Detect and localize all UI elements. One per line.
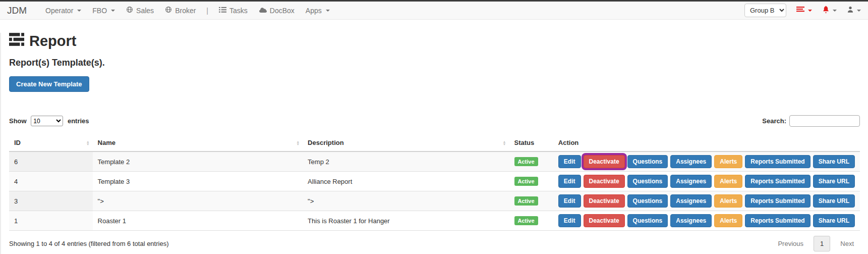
action-alerts-button[interactable]: Alerts	[714, 194, 742, 208]
action-alerts-button[interactable]: Alerts	[714, 214, 742, 227]
cell-name: Template 2	[93, 151, 303, 172]
column-header-id[interactable]: ID ▲▼	[9, 134, 93, 151]
search-label: Search:	[762, 117, 786, 125]
bell-icon	[822, 6, 830, 16]
action-share-url-button[interactable]: Share URL	[813, 214, 855, 227]
nav-item-tasks[interactable]: Tasks	[219, 7, 248, 15]
nav-item-docbox[interactable]: DocBox	[259, 7, 295, 15]
table-controls: Show 10 entries Search:	[9, 115, 860, 127]
entries-info: Showing 1 to 4 of 4 entries (filtered fr…	[9, 240, 169, 247]
search-input[interactable]	[789, 115, 860, 127]
action-questions-button[interactable]: Questions	[627, 194, 668, 208]
globe-icon	[126, 6, 133, 15]
show-label: Show	[9, 117, 27, 125]
page-length-control: Show 10 entries	[9, 116, 89, 126]
list-icon	[219, 7, 226, 15]
sort-icon: ▲▼	[503, 140, 506, 145]
column-header-name[interactable]: Name ▲▼	[93, 134, 303, 151]
action-edit-button[interactable]: Edit	[558, 155, 581, 168]
page-subtitle: Report(s) Template(s).	[9, 58, 860, 68]
cell-id: 3	[9, 191, 93, 211]
action-buttons: EditDeactivateQuestionsAssigneesAlertsRe…	[558, 175, 855, 188]
cell-name: Roaster 1	[93, 211, 303, 231]
action-reports-submitted-button[interactable]: Reports Submitted	[745, 175, 810, 188]
page-content: Report Report(s) Template(s). Create New…	[0, 33, 868, 254]
action-alerts-button[interactable]: Alerts	[714, 175, 742, 188]
action-deactivate-button-highlighted[interactable]: Deactivate	[584, 155, 625, 168]
action-share-url-button[interactable]: Share URL	[813, 155, 855, 168]
action-deactivate-button[interactable]: Deactivate	[584, 214, 625, 227]
nav-item-broker[interactable]: Broker	[165, 6, 196, 15]
nav-item-label: Tasks	[229, 7, 248, 15]
action-buttons: EditDeactivateQuestionsAssigneesAlertsRe…	[558, 214, 855, 227]
action-assignees-button[interactable]: Assignees	[670, 214, 712, 227]
create-new-template-button[interactable]: Create New Template	[9, 76, 89, 92]
action-assignees-button[interactable]: Assignees	[670, 155, 712, 168]
page-title-text: Report	[29, 33, 76, 49]
table-row: 1 Roaster 1 This is Roaster 1 for Hanger…	[9, 211, 860, 231]
nav-item-apps[interactable]: Apps	[306, 7, 330, 15]
brand-logo[interactable]: JDM	[7, 5, 27, 16]
cell-description: ">	[303, 191, 509, 211]
navbar-right: Group B	[744, 4, 861, 17]
action-reports-submitted-button[interactable]: Reports Submitted	[745, 155, 810, 168]
action-assignees-button[interactable]: Assignees	[670, 175, 712, 188]
report-list-icon	[9, 33, 24, 49]
nav-item-label: DocBox	[270, 7, 295, 15]
nav-item-operator[interactable]: Operator	[45, 7, 81, 15]
nav-item-sales[interactable]: Sales	[126, 6, 154, 15]
action-edit-button[interactable]: Edit	[558, 214, 581, 227]
nav-item-label: Sales	[136, 7, 154, 15]
chevron-down-icon	[77, 10, 81, 12]
user-menu[interactable]	[847, 6, 861, 15]
column-header-description[interactable]: Description ▲▼	[303, 134, 509, 151]
action-questions-button[interactable]: Questions	[627, 175, 668, 188]
cell-description: Alliance Report	[303, 172, 509, 191]
status-badge: Active	[514, 196, 538, 206]
templates-table: ID ▲▼ Name ▲▼ Description ▲▼ Status Acti…	[9, 134, 860, 231]
notifications-menu[interactable]	[822, 6, 837, 16]
table-row: 6 Template 2 Temp 2 Active EditDeactivat…	[9, 151, 860, 172]
page-length-select[interactable]: 10	[31, 116, 63, 126]
action-assignees-button[interactable]: Assignees	[670, 194, 712, 208]
nav-separator: |	[206, 7, 208, 15]
next-page-button[interactable]: Next	[834, 236, 860, 251]
action-edit-button[interactable]: Edit	[558, 194, 581, 208]
table-header-row: ID ▲▼ Name ▲▼ Description ▲▼ Status Acti…	[9, 134, 860, 151]
nav-item-label: Broker	[175, 7, 196, 15]
table-row: 3 "> "> Active EditDeactivateQuestionsAs…	[9, 191, 860, 211]
chevron-down-icon	[833, 10, 837, 12]
entries-label: entries	[68, 117, 89, 125]
action-questions-button[interactable]: Questions	[627, 155, 668, 168]
nav-item-label: FBO	[92, 7, 107, 15]
nav-item-fbo[interactable]: FBO	[92, 7, 115, 15]
action-deactivate-button[interactable]: Deactivate	[584, 175, 625, 188]
column-header-status: Status	[509, 134, 553, 151]
action-reports-submitted-button[interactable]: Reports Submitted	[745, 214, 810, 227]
globe-icon	[165, 6, 172, 15]
previous-page-button[interactable]: Previous	[772, 236, 809, 251]
action-share-url-button[interactable]: Share URL	[813, 175, 855, 188]
action-share-url-button[interactable]: Share URL	[813, 194, 855, 208]
chevron-down-icon	[326, 10, 330, 12]
navbar: JDM Operator FBO Sales Broker | Tasks Do…	[0, 2, 868, 20]
action-alerts-button[interactable]: Alerts	[714, 155, 742, 168]
cell-id: 4	[9, 172, 93, 191]
search-box: Search:	[762, 115, 860, 127]
status-badge: Active	[514, 177, 538, 186]
red-list-menu[interactable]	[796, 6, 812, 15]
group-select[interactable]: Group B	[744, 4, 786, 17]
sort-icon: ▲▼	[296, 140, 300, 145]
pagination: Previous 1 Next	[772, 236, 860, 251]
cell-name: Template 3	[93, 172, 303, 191]
chevron-down-icon	[808, 10, 812, 12]
table-row: 4 Template 3 Alliance Report Active Edit…	[9, 172, 860, 191]
action-reports-submitted-button[interactable]: Reports Submitted	[745, 194, 810, 208]
action-questions-button[interactable]: Questions	[627, 214, 668, 227]
action-deactivate-button[interactable]: Deactivate	[584, 194, 625, 208]
current-page-button[interactable]: 1	[814, 236, 830, 251]
action-edit-button[interactable]: Edit	[558, 175, 581, 188]
cell-id: 6	[9, 151, 93, 172]
table-footer: Showing 1 to 4 of 4 entries (filtered fr…	[9, 231, 860, 251]
status-badge: Active	[514, 216, 538, 225]
